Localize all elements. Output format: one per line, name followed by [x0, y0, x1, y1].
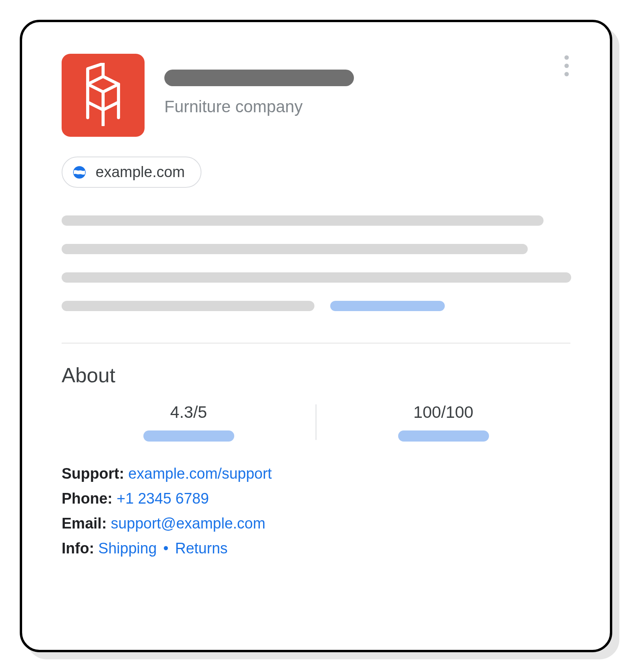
- email-link[interactable]: support@example.com: [111, 515, 265, 532]
- placeholder-line: [62, 215, 544, 226]
- header: Furniture company: [62, 54, 570, 137]
- phone-link[interactable]: +1 2345 6789: [117, 490, 209, 507]
- support-label: Support:: [62, 465, 124, 482]
- divider: [62, 343, 570, 344]
- company-category: Furniture company: [164, 97, 354, 116]
- dot-separator: •: [161, 540, 171, 557]
- placeholder-line: [62, 301, 314, 311]
- title-block: Furniture company: [164, 54, 354, 116]
- website-chip[interactable]: example.com: [62, 157, 201, 188]
- email-label: Email:: [62, 515, 107, 532]
- phone-row: Phone: +1 2345 6789: [62, 490, 570, 507]
- rating-value: 4.3/5: [170, 403, 207, 422]
- company-logo: [62, 54, 145, 137]
- placeholder-link[interactable]: [330, 301, 445, 311]
- placeholder-line: [62, 244, 528, 254]
- more-options-button[interactable]: [563, 54, 570, 78]
- stats-row: 4.3/5 100/100: [62, 403, 570, 442]
- knowledge-panel: Furniture company example.com About 4.3/…: [20, 20, 612, 652]
- score-stat: 100/100: [316, 403, 570, 442]
- support-row: Support: example.com/support: [62, 465, 570, 482]
- website-label: example.com: [96, 164, 185, 181]
- support-link[interactable]: example.com/support: [128, 465, 272, 482]
- about-heading: About: [62, 363, 570, 387]
- placeholder-line: [62, 272, 571, 283]
- info-row: Info: Shipping • Returns: [62, 540, 570, 557]
- score-value: 100/100: [414, 403, 474, 422]
- globe-icon: [72, 165, 87, 180]
- returns-link[interactable]: Returns: [175, 540, 228, 557]
- shipping-link[interactable]: Shipping: [98, 540, 157, 557]
- rating-stat: 4.3/5: [62, 403, 316, 442]
- phone-label: Phone:: [62, 490, 113, 507]
- email-row: Email: support@example.com: [62, 515, 570, 532]
- company-name-placeholder: [164, 70, 354, 86]
- rating-label-placeholder: [143, 430, 234, 442]
- info-label: Info:: [62, 540, 94, 557]
- contact-list: Support: example.com/support Phone: +1 2…: [62, 465, 570, 557]
- chair-icon: [77, 63, 129, 128]
- description-placeholder: [62, 215, 570, 311]
- score-label-placeholder: [398, 430, 489, 442]
